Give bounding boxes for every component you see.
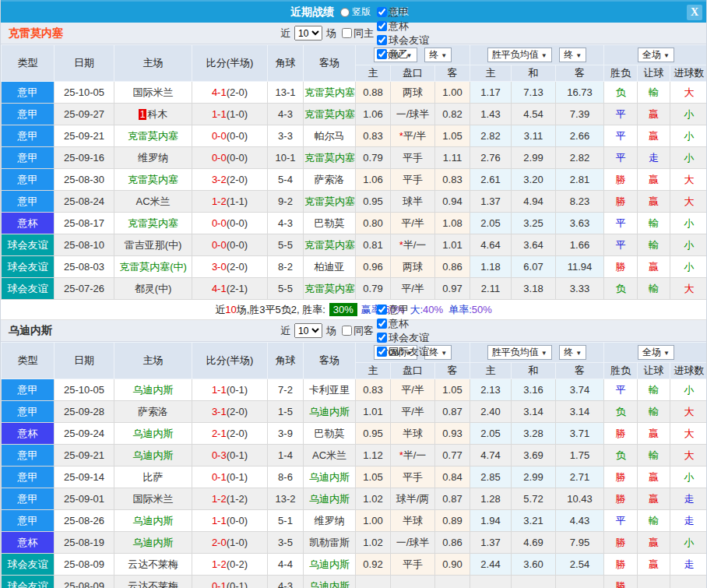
full-match-dropdown[interactable]: 全场▼ bbox=[638, 345, 674, 360]
home-team-name: 国际米兰 bbox=[133, 86, 174, 98]
league-filter[interactable]: 意甲 bbox=[377, 303, 429, 317]
league-checkbox[interactable] bbox=[377, 333, 387, 343]
away-team-name: 克雷莫内塞 bbox=[304, 195, 355, 207]
close-icon[interactable]: X bbox=[687, 5, 702, 20]
league-filter[interactable]: 意杯 bbox=[377, 317, 429, 331]
away-team-name: 克雷莫内塞 bbox=[304, 152, 355, 164]
handicap: 平/半 bbox=[391, 379, 435, 401]
league-filter[interactable]: 意乙 bbox=[377, 48, 429, 62]
chevron-down-icon: ▼ bbox=[441, 52, 447, 59]
handicap: 平手 bbox=[391, 554, 435, 576]
home-team-name: AC米兰 bbox=[135, 195, 170, 207]
result-wdl: 勝 bbox=[604, 488, 638, 510]
league-filter[interactable]: 意甲 bbox=[377, 5, 429, 19]
match-row: 意甲 25-08-30 克雷莫内塞 3-2(2-0) 5-4 萨索洛 1.06 … bbox=[2, 169, 707, 191]
match-row: 球会友谊 25-08-03 克雷莫内塞(中) 3-0(2-0) 8-2 柏迪亚 … bbox=[2, 256, 707, 278]
wdl-avg-dropdown[interactable]: 胜平负均值▼ bbox=[487, 48, 552, 62]
result-handicap: 贏 bbox=[638, 256, 670, 278]
league-checkbox[interactable] bbox=[377, 7, 387, 17]
same-venue-filter[interactable]: 同客 bbox=[342, 324, 374, 338]
league-filter[interactable]: 球会友谊 bbox=[377, 331, 429, 345]
away-team-name: 柏迪亚 bbox=[315, 261, 345, 273]
final-dropdown-2[interactable]: 终▼ bbox=[559, 48, 586, 62]
avg-draw: 3.21 bbox=[512, 510, 556, 532]
result-wdl: 勝 bbox=[604, 554, 638, 576]
match-row: 意杯 25-09-24 乌迪内斯 2-1(2-0) 3-9 巴勒莫 0.95 半… bbox=[2, 423, 707, 445]
away-team-name: 乌迪内斯 bbox=[309, 471, 350, 483]
league-checkbox[interactable] bbox=[377, 21, 387, 31]
score: 1-2(1-2) bbox=[192, 488, 268, 510]
result-goals: 走 bbox=[670, 510, 707, 532]
result-handicap: 贏 bbox=[638, 554, 670, 576]
match-row: 意甲 25-08-24 AC米兰 1-2(1-1) 9-2 克雷莫内塞 0.95… bbox=[2, 191, 707, 213]
final-dropdown-2[interactable]: 终▼ bbox=[559, 345, 586, 360]
home-team-name: 克雷莫内塞 bbox=[128, 130, 178, 142]
avg-home: 1.18 bbox=[470, 256, 512, 278]
handicap-text: 平/半 bbox=[401, 217, 424, 229]
handicap-text: 平/半 bbox=[403, 130, 427, 142]
result-wdl: 勝 bbox=[604, 532, 638, 554]
match-date: 25-08-17 bbox=[55, 213, 114, 234]
league-checkbox[interactable] bbox=[377, 347, 387, 357]
section-header: 克雷莫内塞 近 10 场 同主 意甲意杯球会友谊意乙 bbox=[1, 23, 706, 44]
fulltime-score: 0-0 bbox=[212, 217, 227, 229]
home-odds: 0.92 bbox=[356, 554, 391, 576]
full-match-dropdown[interactable]: 全场▼ bbox=[638, 48, 674, 62]
corner-score: 8-2 bbox=[268, 256, 304, 278]
fulltime-score: 3-1 bbox=[212, 406, 227, 417]
avg-away bbox=[556, 576, 604, 588]
league-filter[interactable]: 意杯 bbox=[377, 19, 429, 33]
match-count-select[interactable]: 10 bbox=[294, 323, 322, 338]
sub-col-avg-away: 客 bbox=[556, 65, 604, 82]
avg-home: 1.17 bbox=[470, 82, 512, 104]
avg-away: 3.74 bbox=[556, 379, 604, 401]
result-goals: 大 bbox=[670, 445, 707, 467]
score: 4-1(2-0) bbox=[192, 82, 268, 104]
wdl-avg-dropdown[interactable]: 胜平负均值▼ bbox=[487, 345, 552, 360]
same-venue-filter[interactable]: 同主 bbox=[342, 26, 374, 40]
fulltime-score: 0-0 bbox=[212, 152, 227, 164]
league-type-badge: 球会友谊 bbox=[2, 554, 55, 576]
handicap-text: 球半 bbox=[403, 195, 423, 207]
avg-away: 4.43 bbox=[556, 510, 604, 532]
league-checkbox[interactable] bbox=[377, 49, 387, 59]
result-wdl: 负 bbox=[604, 82, 638, 104]
match-row: 意甲 25-08-26 乌迪内斯 1-1(0-0) 5-1 维罗纳 1.00 半… bbox=[2, 510, 707, 532]
away-team: 克雷莫内塞 bbox=[304, 234, 356, 256]
home-odds: 1.02 bbox=[356, 532, 391, 554]
match-date: 25-08-19 bbox=[55, 532, 114, 554]
match-count-select[interactable]: 10 bbox=[294, 26, 322, 40]
same-venue-checkbox[interactable] bbox=[342, 326, 352, 336]
col-type: 类型 bbox=[2, 45, 55, 82]
away-odds: 1.11 bbox=[435, 147, 470, 169]
match-date: 25-09-14 bbox=[55, 467, 114, 488]
fulltime-score: 3-0 bbox=[212, 261, 227, 273]
result-wdl: 平 bbox=[604, 213, 638, 234]
corner-score: 13-2 bbox=[268, 488, 304, 510]
league-checkbox[interactable] bbox=[377, 319, 387, 329]
league-checkbox[interactable] bbox=[377, 305, 387, 315]
sub-col-wdl: 胜负 bbox=[604, 363, 638, 379]
score: 0-0(0-0) bbox=[192, 234, 268, 256]
away-team: 维罗纳 bbox=[304, 510, 356, 532]
home-odds: 0.95 bbox=[356, 191, 391, 213]
home-odds bbox=[356, 576, 391, 588]
full-match-group-header: 全场▼ bbox=[604, 343, 707, 363]
handicap: *半/一 bbox=[391, 445, 435, 467]
handicap: *平/半 bbox=[391, 125, 435, 147]
halftime-score: (2-0) bbox=[227, 428, 248, 439]
sub-col-handicap: 盘口 bbox=[391, 65, 435, 82]
result-goals: 小 bbox=[670, 467, 707, 488]
league-checkbox[interactable] bbox=[377, 35, 387, 45]
score: 2-1(2-0) bbox=[192, 423, 268, 445]
away-team-name: 萨索洛 bbox=[315, 174, 345, 185]
league-filter[interactable]: 国际友谊 bbox=[377, 345, 429, 359]
handicap-text: 球半/两 bbox=[396, 493, 430, 505]
league-filter[interactable]: 球会友谊 bbox=[377, 33, 429, 48]
match-row: 球会友谊 25-08-09 云达不莱梅 0-1(0-1) 4-3 乌迪内斯 勝 bbox=[2, 576, 707, 588]
league-type-badge: 球会友谊 bbox=[2, 256, 55, 278]
same-venue-checkbox[interactable] bbox=[342, 28, 352, 38]
result-goals: 小 bbox=[670, 147, 707, 169]
result-handicap: 走 bbox=[638, 147, 670, 169]
avg-home: 2.82 bbox=[470, 125, 512, 147]
